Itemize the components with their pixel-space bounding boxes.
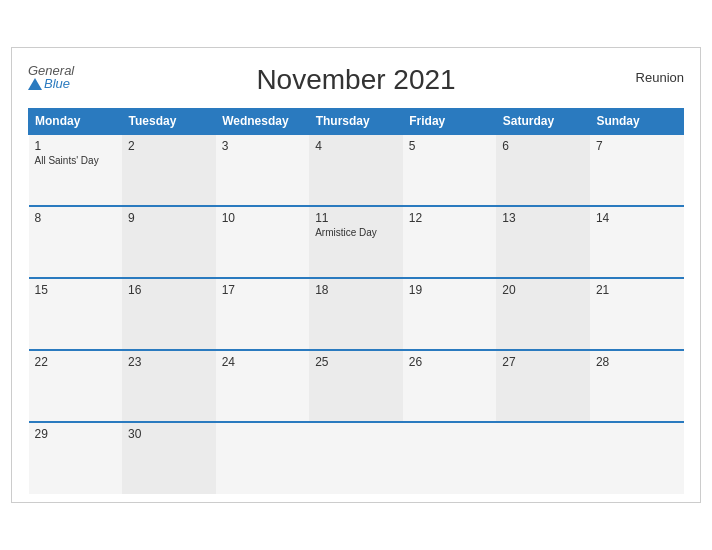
holiday-name: All Saints' Day <box>35 155 117 166</box>
day-cell: 8 <box>29 206 123 278</box>
day-cell: 25 <box>309 350 403 422</box>
day-number: 13 <box>502 211 584 225</box>
calendar-body: 1All Saints' Day234567891011Armistice Da… <box>29 134 684 494</box>
day-cell: 9 <box>122 206 216 278</box>
day-number: 9 <box>128 211 210 225</box>
header-monday: Monday <box>29 109 123 135</box>
week-row-1: 1All Saints' Day234567 <box>29 134 684 206</box>
days-header-row: Monday Tuesday Wednesday Thursday Friday… <box>29 109 684 135</box>
month-title: November 2021 <box>256 64 455 96</box>
day-number: 23 <box>128 355 210 369</box>
day-cell: 15 <box>29 278 123 350</box>
logo-blue-text: Blue <box>28 77 74 90</box>
day-number: 2 <box>128 139 210 153</box>
day-cell: 19 <box>403 278 497 350</box>
day-cell: 16 <box>122 278 216 350</box>
day-cell <box>309 422 403 494</box>
day-number: 25 <box>315 355 397 369</box>
day-number: 3 <box>222 139 304 153</box>
day-cell: 7 <box>590 134 684 206</box>
day-number: 17 <box>222 283 304 297</box>
day-cell: 11Armistice Day <box>309 206 403 278</box>
day-number: 10 <box>222 211 304 225</box>
header-wednesday: Wednesday <box>216 109 310 135</box>
day-number: 30 <box>128 427 210 441</box>
header-thursday: Thursday <box>309 109 403 135</box>
day-cell: 26 <box>403 350 497 422</box>
day-cell: 20 <box>496 278 590 350</box>
day-number: 24 <box>222 355 304 369</box>
day-number: 5 <box>409 139 491 153</box>
day-cell: 4 <box>309 134 403 206</box>
day-number: 20 <box>502 283 584 297</box>
day-cell: 18 <box>309 278 403 350</box>
day-number: 18 <box>315 283 397 297</box>
day-number: 22 <box>35 355 117 369</box>
day-number: 7 <box>596 139 678 153</box>
day-cell: 23 <box>122 350 216 422</box>
day-number: 29 <box>35 427 117 441</box>
day-cell <box>216 422 310 494</box>
day-cell: 30 <box>122 422 216 494</box>
header-sunday: Sunday <box>590 109 684 135</box>
day-cell: 28 <box>590 350 684 422</box>
day-cell: 3 <box>216 134 310 206</box>
day-cell: 13 <box>496 206 590 278</box>
region-label: Reunion <box>636 70 684 85</box>
logo: General Blue <box>28 64 74 90</box>
day-cell <box>403 422 497 494</box>
day-cell: 6 <box>496 134 590 206</box>
day-cell: 17 <box>216 278 310 350</box>
day-number: 27 <box>502 355 584 369</box>
day-cell: 2 <box>122 134 216 206</box>
day-cell: 29 <box>29 422 123 494</box>
logo-blue-label: Blue <box>44 77 70 90</box>
day-cell: 1All Saints' Day <box>29 134 123 206</box>
day-number: 12 <box>409 211 491 225</box>
header-tuesday: Tuesday <box>122 109 216 135</box>
day-number: 21 <box>596 283 678 297</box>
day-number: 6 <box>502 139 584 153</box>
day-cell: 10 <box>216 206 310 278</box>
day-number: 28 <box>596 355 678 369</box>
day-cell: 24 <box>216 350 310 422</box>
week-row-2: 891011Armistice Day121314 <box>29 206 684 278</box>
week-row-4: 22232425262728 <box>29 350 684 422</box>
day-number: 15 <box>35 283 117 297</box>
day-number: 26 <box>409 355 491 369</box>
day-number: 8 <box>35 211 117 225</box>
day-number: 16 <box>128 283 210 297</box>
calendar-table: Monday Tuesday Wednesday Thursday Friday… <box>28 108 684 494</box>
day-number: 14 <box>596 211 678 225</box>
day-number: 1 <box>35 139 117 153</box>
week-row-5: 2930 <box>29 422 684 494</box>
day-cell <box>590 422 684 494</box>
day-cell: 27 <box>496 350 590 422</box>
header-friday: Friday <box>403 109 497 135</box>
day-number: 11 <box>315 211 397 225</box>
day-cell: 22 <box>29 350 123 422</box>
header-saturday: Saturday <box>496 109 590 135</box>
calendar-header: General Blue November 2021 Reunion <box>28 64 684 96</box>
day-cell: 14 <box>590 206 684 278</box>
day-number: 19 <box>409 283 491 297</box>
day-cell: 12 <box>403 206 497 278</box>
day-cell: 5 <box>403 134 497 206</box>
holiday-name: Armistice Day <box>315 227 397 238</box>
logo-triangle-icon <box>28 78 42 90</box>
calendar-container: General Blue November 2021 Reunion Monda… <box>11 47 701 503</box>
day-cell <box>496 422 590 494</box>
week-row-3: 15161718192021 <box>29 278 684 350</box>
day-cell: 21 <box>590 278 684 350</box>
day-number: 4 <box>315 139 397 153</box>
